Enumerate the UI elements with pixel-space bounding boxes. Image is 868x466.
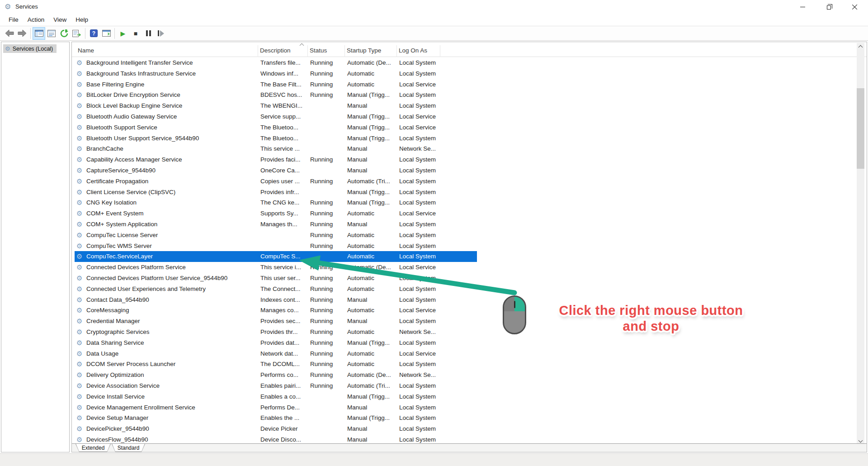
stop-service-icon[interactable]: ■ bbox=[129, 27, 142, 40]
column-divider[interactable] bbox=[307, 45, 308, 57]
table-row[interactable]: ⚙Cryptographic ServicesProvides thr...Ru… bbox=[75, 327, 477, 338]
menu-help[interactable]: Help bbox=[71, 14, 93, 25]
table-row[interactable]: ⚙Base Filtering EngineThe Base Filt...Ru… bbox=[75, 79, 477, 90]
service-startup-type: Automatic (De... bbox=[347, 371, 391, 378]
table-row[interactable]: ⚙CompuTec License ServerRunningAutomatic… bbox=[75, 230, 477, 241]
restore-button[interactable] bbox=[816, 0, 842, 14]
help-icon[interactable]: ? bbox=[87, 27, 100, 40]
column-header-name[interactable]: Name bbox=[78, 47, 94, 54]
sidebar-item-services-local[interactable]: ⚙ Services (Local) bbox=[3, 44, 57, 53]
column-divider[interactable] bbox=[344, 45, 345, 57]
show-action-pane-icon[interactable] bbox=[100, 27, 113, 40]
table-row[interactable]: ⚙Background Intelligent Transfer Service… bbox=[75, 57, 477, 68]
service-name: BranchCache bbox=[86, 145, 123, 152]
service-gear-icon: ⚙ bbox=[76, 81, 82, 88]
back-icon[interactable] bbox=[3, 27, 16, 40]
menu-file[interactable]: File bbox=[4, 14, 23, 25]
table-row[interactable]: ⚙COM+ Event SystemSupports Sy...RunningA… bbox=[75, 208, 477, 219]
pause-service-icon[interactable] bbox=[142, 27, 155, 40]
table-row[interactable]: ⚙Bluetooth Support ServiceThe Bluetoo...… bbox=[75, 122, 477, 133]
table-row[interactable]: ⚙Contact Data_9544b90Indexes cont...Runn… bbox=[75, 295, 477, 305]
start-service-icon[interactable]: ▶ bbox=[117, 27, 129, 40]
service-startup-type: Automatic bbox=[347, 243, 374, 249]
table-row[interactable]: ⚙BitLocker Drive Encryption ServiceBDESV… bbox=[75, 90, 477, 100]
tab-standard[interactable]: Standard bbox=[112, 444, 145, 452]
service-startup-type: Automatic bbox=[347, 275, 374, 281]
table-row[interactable]: ⚙Capability Access Manager ServiceProvid… bbox=[75, 154, 477, 165]
table-row[interactable]: ⚙Client License Service (ClipSVC)Provide… bbox=[75, 187, 477, 198]
table-row[interactable]: ⚙CaptureService_9544b90OneCore Ca...Manu… bbox=[75, 165, 477, 176]
table-row[interactable]: ⚙DevicePicker_9544b90Device PickerManual… bbox=[75, 423, 477, 434]
column-header-status[interactable]: Status bbox=[310, 47, 327, 54]
column-divider[interactable] bbox=[258, 45, 258, 57]
column-divider[interactable] bbox=[440, 45, 440, 57]
table-row[interactable]: ⚙Data Sharing ServiceProvides dat...Runn… bbox=[75, 338, 477, 348]
table-row[interactable]: ⚙CompuTec WMS ServerRunningAutomaticLoca… bbox=[75, 241, 477, 252]
restore-icon bbox=[827, 5, 831, 10]
table-row[interactable]: ⚙Bluetooth User Support Service_9544b90T… bbox=[75, 133, 477, 144]
service-description: The WBENGI... bbox=[260, 102, 302, 109]
column-header-log-on-as[interactable]: Log On As bbox=[399, 47, 427, 54]
table-row[interactable]: ⚙DCOM Server Process LauncherThe DCOML..… bbox=[75, 359, 477, 370]
service-description: Manages co... bbox=[260, 307, 299, 314]
service-description: This service ... bbox=[260, 145, 300, 152]
table-row[interactable]: ⚙Background Tasks Infrastructure Service… bbox=[75, 68, 477, 79]
service-startup-type: Manual bbox=[347, 425, 367, 432]
service-description: Provides faci... bbox=[260, 156, 301, 163]
column-header-description[interactable]: Description bbox=[260, 47, 291, 54]
scroll-up-icon[interactable] bbox=[859, 45, 863, 50]
service-name: Data Sharing Service bbox=[86, 339, 144, 346]
properties-icon[interactable] bbox=[45, 27, 58, 40]
service-startup-type: Automatic bbox=[347, 81, 374, 88]
export-list-icon[interactable] bbox=[71, 27, 83, 40]
vertical-scrollbar[interactable] bbox=[857, 43, 864, 445]
minimize-button[interactable] bbox=[789, 0, 816, 14]
service-startup-type: Automatic (Tri... bbox=[347, 382, 390, 389]
table-row[interactable]: ⚙Credential ManagerProvides sec...Runnin… bbox=[75, 316, 477, 327]
sort-ascending-icon bbox=[300, 43, 304, 48]
tab-extended[interactable]: Extended bbox=[75, 444, 111, 452]
show-console-tree-icon[interactable] bbox=[33, 27, 45, 40]
table-row[interactable]: ⚙Data UsageNetwork dat...RunningAutomati… bbox=[75, 348, 477, 359]
service-log-on-as: Local System bbox=[399, 135, 436, 142]
service-gear-icon: ⚙ bbox=[76, 317, 82, 325]
table-row[interactable]: ⚙COM+ System ApplicationManages th...Run… bbox=[75, 219, 477, 230]
menu-view[interactable]: View bbox=[49, 14, 71, 25]
table-row[interactable]: ⚙Certificate PropagationCopies user ...R… bbox=[75, 176, 477, 187]
scrollbar-thumb[interactable] bbox=[857, 88, 864, 169]
table-row[interactable]: ⚙CoreMessagingManages co...RunningAutoma… bbox=[75, 305, 477, 316]
table-row[interactable]: ⚙Connected User Experiences and Telemetr… bbox=[75, 284, 477, 295]
service-gear-icon: ⚙ bbox=[76, 414, 82, 422]
table-row[interactable]: ⚙Bluetooth Audio Gateway ServiceService … bbox=[75, 111, 477, 122]
table-row[interactable]: ⚙Device Management Enrollment ServicePer… bbox=[75, 402, 477, 413]
table-row[interactable]: ⚙Block Level Backup Engine ServiceThe WB… bbox=[75, 100, 477, 111]
service-log-on-as: Local System bbox=[399, 91, 436, 98]
table-row[interactable]: ⚙Connected Devices Platform ServiceThis … bbox=[75, 262, 477, 273]
table-row[interactable]: ⚙Device Association ServiceEnables pairi… bbox=[75, 380, 477, 391]
table-row[interactable]: ⚙Connected Devices Platform User Service… bbox=[75, 273, 477, 284]
column-divider[interactable] bbox=[396, 45, 397, 57]
scroll-down-icon[interactable] bbox=[859, 438, 863, 443]
close-button[interactable] bbox=[842, 0, 868, 14]
restart-service-icon[interactable] bbox=[155, 27, 167, 40]
service-name: CompuTec WMS Server bbox=[86, 243, 152, 249]
forward-icon[interactable] bbox=[16, 27, 28, 40]
service-log-on-as: Local System bbox=[399, 232, 436, 238]
table-row[interactable]: ⚙Device Setup ManagerEnables the ...Manu… bbox=[75, 413, 477, 423]
table-row[interactable]: ⚙Delivery OptimizationPerforms co...Runn… bbox=[75, 370, 477, 380]
toolbar: ? ▶ ■ bbox=[0, 26, 868, 41]
service-log-on-as: Local System bbox=[399, 167, 436, 174]
service-log-on-as: Local Service bbox=[399, 113, 436, 120]
service-gear-icon: ⚙ bbox=[76, 393, 82, 400]
refresh-icon[interactable] bbox=[58, 27, 71, 40]
menu-action[interactable]: Action bbox=[23, 14, 49, 25]
table-row[interactable]: ⚙BranchCacheThis service ...ManualNetwor… bbox=[75, 143, 477, 154]
services-rows: ⚙Background Intelligent Transfer Service… bbox=[72, 57, 867, 445]
service-description: Provides infr... bbox=[260, 189, 299, 195]
service-startup-type: Manual bbox=[347, 221, 367, 228]
service-gear-icon: ⚙ bbox=[76, 102, 82, 109]
table-row[interactable]: ⚙CompuTec.ServiceLayerCompuTec S...Autom… bbox=[75, 251, 477, 262]
table-row[interactable]: ⚙CNG Key IsolationThe CNG ke...RunningMa… bbox=[75, 197, 477, 208]
column-header-startup-type[interactable]: Startup Type bbox=[347, 47, 381, 54]
table-row[interactable]: ⚙Device Install ServiceEnables a co...Ma… bbox=[75, 391, 477, 402]
